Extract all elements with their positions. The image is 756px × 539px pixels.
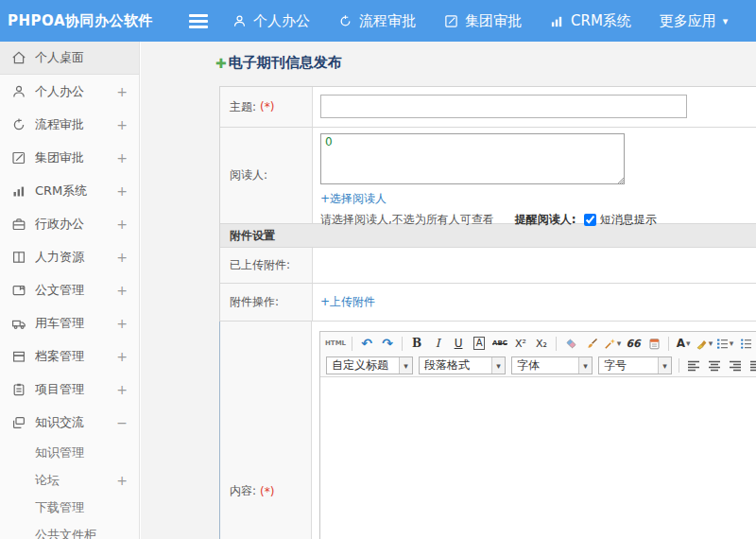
expand-toggle[interactable]: +: [116, 316, 128, 331]
nav-crm-system[interactable]: CRM系统: [550, 12, 631, 30]
sidebar-item-admin-office[interactable]: 行政办公 +: [0, 207, 139, 240]
font-size-select[interactable]: 字号 ▾: [598, 356, 672, 374]
ordered-list-button[interactable]: ▾: [715, 334, 734, 353]
sidebar-subitem-forum[interactable]: 论坛 +: [0, 466, 139, 494]
undo-button[interactable]: ↶: [357, 334, 376, 353]
nav-label: 集团审批: [465, 12, 522, 30]
auto-format-button[interactable]: ▾: [603, 334, 622, 353]
sidebar-item-archive-management[interactable]: 档案管理 +: [0, 339, 139, 373]
expand-toggle[interactable]: +: [116, 217, 128, 232]
expand-toggle[interactable]: +: [116, 117, 128, 132]
main-panel: ✚ 电子期刊信息发布 主题: (*) 阅读人: 0: [141, 42, 756, 539]
archive-icon: [11, 349, 26, 364]
align-right-button[interactable]: [726, 356, 745, 375]
bar-chart-icon: [550, 14, 564, 28]
sidebar-item-label: 用车管理: [35, 315, 116, 332]
user-icon: [232, 14, 247, 28]
content-row: 内容: (*) HTML ↶ ↷ B I: [220, 322, 756, 539]
home-icon: [11, 50, 26, 65]
readers-textarea[interactable]: 0: [320, 133, 625, 184]
nav-personal-office[interactable]: 个人办公: [232, 12, 310, 30]
paragraph-format-select[interactable]: 段落格式 ▾: [419, 356, 506, 374]
sidebar-item-label: 流程审批: [35, 116, 116, 133]
truck-icon: [11, 316, 26, 331]
expand-toggle[interactable]: +: [116, 150, 128, 165]
expand-toggle[interactable]: +: [116, 473, 128, 488]
sidebar-item-personal-office[interactable]: 个人办公 +: [0, 75, 139, 108]
sidebar-item-group-approval[interactable]: 集团审批 +: [0, 141, 139, 174]
sidebar-item-vehicle-management[interactable]: 用车管理 +: [0, 306, 139, 339]
eraser-icon: [565, 338, 577, 350]
superscript-button[interactable]: X²: [511, 334, 530, 353]
font-style-button[interactable]: A: [470, 334, 489, 353]
bold-button[interactable]: B: [407, 334, 426, 353]
sidebar-item-workflow-approval[interactable]: 流程审批 +: [0, 108, 139, 141]
font-color-button[interactable]: A ▾: [674, 334, 693, 353]
caret-down-icon: ▾: [723, 15, 729, 27]
sidebar-item-crm-system[interactable]: CRM系统 +: [0, 174, 139, 207]
bar-chart-icon: [11, 183, 26, 199]
content-label: 内容: (*): [219, 322, 312, 539]
sidebar-subitem-download-management[interactable]: 下载管理: [0, 494, 139, 521]
sidebar-subitem-knowledge-management[interactable]: 知识管理: [0, 439, 139, 466]
caret-down-icon: ▾: [617, 339, 622, 348]
caret-down-icon: ▾: [686, 339, 691, 348]
align-center-button[interactable]: [705, 356, 724, 375]
sidebar-item-label: 人力资源: [35, 249, 116, 266]
sidebar-item-human-resources[interactable]: 人力资源 +: [0, 240, 139, 273]
font-family-select[interactable]: 字体 ▾: [511, 356, 593, 374]
align-justify-button[interactable]: [747, 356, 756, 375]
sidebar-item-knowledge-exchange[interactable]: 知识交流 −: [0, 406, 139, 439]
unordered-list-button[interactable]: [736, 334, 755, 353]
uploaded-attachments-row: 已上传附件:: [220, 248, 756, 284]
custom-heading-select[interactable]: 自定义标题 ▾: [326, 356, 413, 374]
user-icon: [11, 84, 26, 99]
ordered-list-icon: [716, 338, 729, 350]
subscript-button[interactable]: X₂: [532, 334, 551, 353]
caret-down-icon: ▾: [399, 357, 412, 374]
sidebar-subitem-public-file-cabinet[interactable]: 公共文件柜: [0, 521, 139, 539]
sidebar-item-label: 知识交流: [35, 414, 116, 431]
uploaded-attachments-label: 已上传附件:: [220, 248, 313, 283]
subject-input[interactable]: [320, 95, 687, 118]
expand-toggle[interactable]: +: [116, 84, 128, 99]
blockquote-button[interactable]: 66: [624, 334, 643, 353]
expand-toggle[interactable]: +: [116, 250, 128, 265]
italic-button[interactable]: I: [428, 334, 447, 353]
eraser-button[interactable]: [561, 334, 580, 353]
choose-readers-link[interactable]: +选择阅读人: [320, 191, 387, 207]
editor-content-area[interactable]: [320, 377, 756, 539]
expand-toggle[interactable]: +: [116, 382, 128, 397]
sidebar-item-label: CRM系统: [35, 183, 116, 200]
cycle-icon: [338, 14, 352, 28]
expand-toggle[interactable]: +: [116, 349, 128, 364]
subject-label: 主题: (*): [220, 87, 313, 127]
paste-button[interactable]: [644, 334, 663, 353]
sidebar-subitem-label: 下载管理: [35, 499, 84, 516]
nav-more-apps[interactable]: 更多应用 ▾: [660, 12, 729, 30]
underline-button[interactable]: U: [449, 334, 468, 353]
readers-label: 阅读人:: [220, 128, 313, 223]
highlight-button[interactable]: ▾: [695, 334, 713, 353]
upload-attachment-link[interactable]: +上传附件: [320, 294, 375, 310]
sidebar-subitem-label: 知识管理: [35, 444, 84, 461]
caret-down-icon: ▾: [730, 339, 734, 348]
sidebar-item-personal-desktop[interactable]: 个人桌面: [0, 42, 139, 75]
expand-toggle[interactable]: +: [116, 283, 128, 298]
nav-group-approval[interactable]: 集团审批: [444, 12, 522, 30]
editor-toolbar-row1: HTML ↶ ↷ B I U A ABC X² X₂: [320, 332, 756, 355]
collapse-toggle[interactable]: −: [116, 415, 128, 430]
menu-toggle-icon[interactable]: [189, 14, 208, 28]
sms-notify-checkbox[interactable]: [584, 214, 596, 226]
readers-row: 阅读人: 0 +选择阅读人 请选择阅读人,不选为所有人可查看 提醒阅读人: 短消…: [220, 128, 756, 224]
format-brush-button[interactable]: [582, 334, 601, 353]
align-left-button[interactable]: [684, 356, 703, 375]
nav-workflow-approval[interactable]: 流程审批: [338, 12, 416, 30]
sidebar-item-document-management[interactable]: 公文管理 +: [0, 273, 139, 306]
strikethrough-button[interactable]: ABC: [490, 334, 509, 353]
html-source-button[interactable]: HTML: [324, 334, 347, 353]
expand-toggle[interactable]: +: [116, 183, 128, 199]
redo-button[interactable]: ↷: [378, 334, 397, 353]
sidebar-item-project-management[interactable]: 项目管理 +: [0, 373, 139, 406]
edit-icon: [11, 150, 26, 165]
